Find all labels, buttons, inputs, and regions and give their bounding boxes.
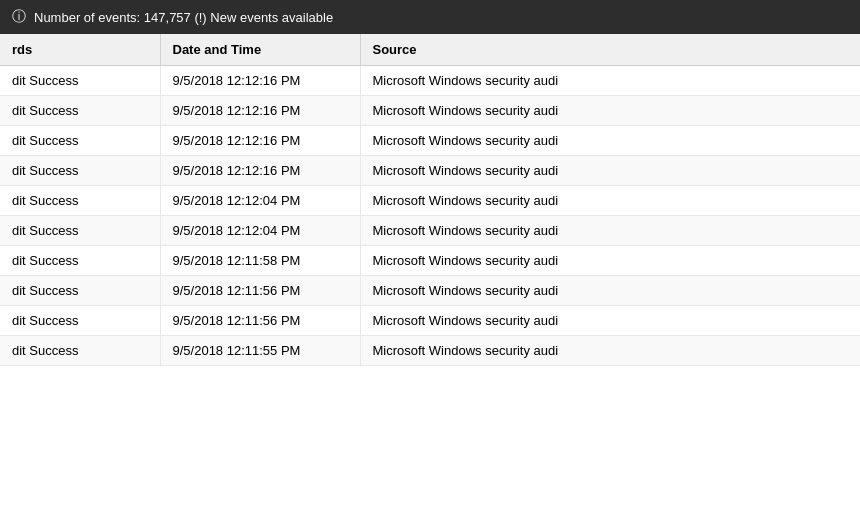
cell-keywords: dit Success: [0, 336, 160, 366]
cell-keywords: dit Success: [0, 66, 160, 96]
cell-keywords: dit Success: [0, 96, 160, 126]
cell-datetime: 9/5/2018 12:12:16 PM: [160, 126, 360, 156]
cell-source: Microsoft Windows security audi: [360, 276, 860, 306]
cell-source: Microsoft Windows security audi: [360, 246, 860, 276]
cell-datetime: 9/5/2018 12:12:04 PM: [160, 186, 360, 216]
status-text: Number of events: 147,757 (!) New events…: [34, 10, 333, 25]
cell-datetime: 9/5/2018 12:12:16 PM: [160, 96, 360, 126]
cell-source: Microsoft Windows security audi: [360, 306, 860, 336]
table-row[interactable]: dit Success9/5/2018 12:11:56 PMMicrosoft…: [0, 306, 860, 336]
cell-source: Microsoft Windows security audi: [360, 96, 860, 126]
table-row[interactable]: dit Success9/5/2018 12:12:16 PMMicrosoft…: [0, 156, 860, 186]
table-row[interactable]: dit Success9/5/2018 12:12:04 PMMicrosoft…: [0, 186, 860, 216]
table-row[interactable]: dit Success9/5/2018 12:12:16 PMMicrosoft…: [0, 126, 860, 156]
table-row[interactable]: dit Success9/5/2018 12:11:55 PMMicrosoft…: [0, 336, 860, 366]
cell-source: Microsoft Windows security audi: [360, 186, 860, 216]
cell-datetime: 9/5/2018 12:11:55 PM: [160, 336, 360, 366]
status-icon: ⓘ: [12, 8, 26, 26]
table-row[interactable]: dit Success9/5/2018 12:12:16 PMMicrosoft…: [0, 96, 860, 126]
cell-keywords: dit Success: [0, 246, 160, 276]
cell-datetime: 9/5/2018 12:11:56 PM: [160, 306, 360, 336]
table-row[interactable]: dit Success9/5/2018 12:12:16 PMMicrosoft…: [0, 66, 860, 96]
cell-keywords: dit Success: [0, 276, 160, 306]
col-header-source[interactable]: Source: [360, 34, 860, 66]
table-header-row: rds Date and Time Source: [0, 34, 860, 66]
cell-source: Microsoft Windows security audi: [360, 66, 860, 96]
cell-keywords: dit Success: [0, 126, 160, 156]
col-header-datetime[interactable]: Date and Time: [160, 34, 360, 66]
cell-source: Microsoft Windows security audi: [360, 336, 860, 366]
cell-keywords: dit Success: [0, 156, 160, 186]
cell-datetime: 9/5/2018 12:11:56 PM: [160, 276, 360, 306]
cell-datetime: 9/5/2018 12:12:16 PM: [160, 66, 360, 96]
status-bar: ⓘ Number of events: 147,757 (!) New even…: [0, 0, 860, 34]
cell-datetime: 9/5/2018 12:12:16 PM: [160, 156, 360, 186]
cell-keywords: dit Success: [0, 216, 160, 246]
cell-datetime: 9/5/2018 12:11:58 PM: [160, 246, 360, 276]
cell-keywords: dit Success: [0, 186, 160, 216]
event-table-container: rds Date and Time Source dit Success9/5/…: [0, 34, 860, 366]
table-row[interactable]: dit Success9/5/2018 12:11:56 PMMicrosoft…: [0, 276, 860, 306]
event-table: rds Date and Time Source dit Success9/5/…: [0, 34, 860, 366]
cell-source: Microsoft Windows security audi: [360, 126, 860, 156]
cell-source: Microsoft Windows security audi: [360, 156, 860, 186]
cell-keywords: dit Success: [0, 306, 160, 336]
col-header-keywords[interactable]: rds: [0, 34, 160, 66]
table-row[interactable]: dit Success9/5/2018 12:11:58 PMMicrosoft…: [0, 246, 860, 276]
cell-datetime: 9/5/2018 12:12:04 PM: [160, 216, 360, 246]
cell-source: Microsoft Windows security audi: [360, 216, 860, 246]
table-row[interactable]: dit Success9/5/2018 12:12:04 PMMicrosoft…: [0, 216, 860, 246]
